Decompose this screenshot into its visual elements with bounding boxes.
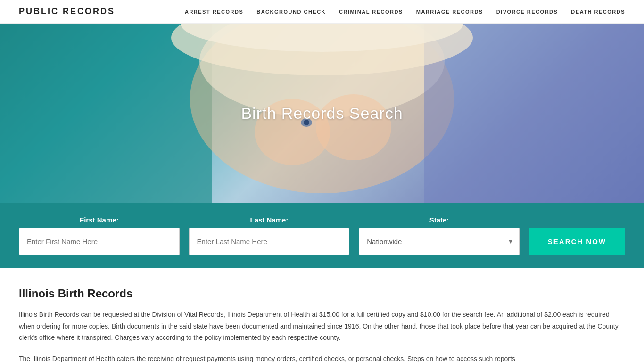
nav-background-check[interactable]: BACKGROUND CHECK — [256, 9, 326, 15]
last-name-input[interactable] — [189, 228, 350, 255]
first-name-field-group: First Name: — [19, 216, 180, 255]
nav-death-records[interactable]: DEATH RECORDS — [571, 9, 625, 15]
content-paragraph-2: The Illinois Department of Health caters… — [19, 353, 625, 362]
last-name-label: Last Name: — [189, 216, 350, 224]
last-name-field-group: Last Name: — [189, 216, 350, 255]
content-section: Illinois Birth Records Illinois Birth Re… — [0, 268, 644, 362]
nav-criminal-records[interactable]: CRIMINAL RECORDS — [339, 9, 403, 15]
nav-divorce-records[interactable]: DIVORCE RECORDS — [496, 9, 558, 15]
first-name-input[interactable] — [19, 228, 180, 255]
state-select-wrapper: Nationwide Alabama Alaska Arizona Arkans… — [359, 228, 520, 255]
search-now-button[interactable]: SEARCH NOW — [529, 228, 625, 255]
search-bar: First Name: Last Name: State: Nationwide… — [0, 203, 644, 268]
state-field-group: State: Nationwide Alabama Alaska Arizona… — [359, 216, 520, 255]
hero-section: Birth Records Search — [0, 24, 644, 203]
nav-marriage-records[interactable]: MARRIAGE RECORDS — [416, 9, 483, 15]
header: PUBLIC RECORDS ARREST RECORDS BACKGROUND… — [0, 0, 644, 24]
state-select[interactable]: Nationwide Alabama Alaska Arizona Arkans… — [359, 228, 520, 255]
nav-arrest-records[interactable]: ARREST RECORDS — [185, 9, 243, 15]
first-name-label: First Name: — [19, 216, 180, 224]
state-label: State: — [359, 216, 520, 224]
content-heading: Illinois Birth Records — [19, 287, 625, 300]
main-nav: ARREST RECORDS BACKGROUND CHECK CRIMINAL… — [185, 9, 625, 15]
content-paragraph-1: Illinois Birth Records can be requested … — [19, 309, 625, 344]
logo[interactable]: PUBLIC RECORDS — [19, 7, 115, 16]
hero-title: Birth Records Search — [241, 104, 403, 123]
